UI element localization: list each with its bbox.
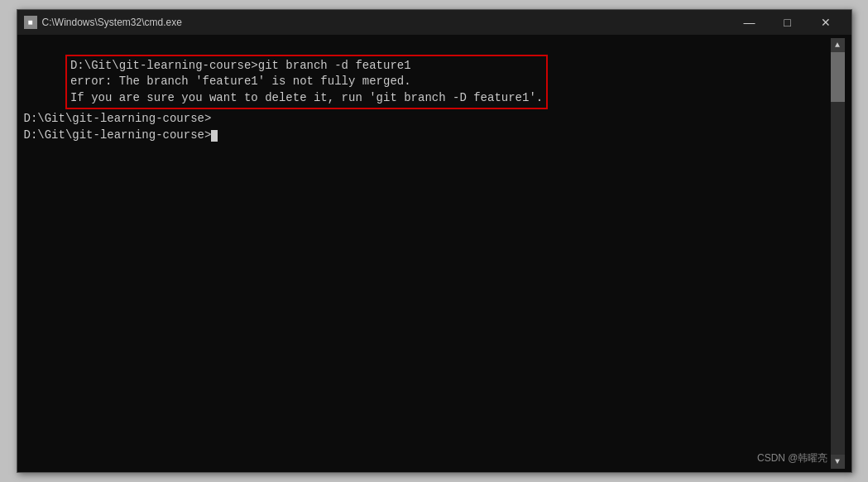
terminal-content: D:\Git\git-learning-course>git branch -d… bbox=[24, 38, 831, 469]
minimize-button[interactable]: — bbox=[731, 10, 769, 35]
window-title: C:\Windows\System32\cmd.exe bbox=[42, 17, 182, 28]
prompt-line-2: D:\Git\git-learning-course> bbox=[24, 128, 212, 142]
scrollbar[interactable]: ▲ ▼ bbox=[831, 38, 845, 469]
maximize-button[interactable]: □ bbox=[769, 10, 807, 35]
window-icon-symbol: ■ bbox=[27, 18, 32, 27]
scroll-down-arrow[interactable]: ▼ bbox=[831, 455, 845, 469]
terminal-body: D:\Git\git-learning-course>git branch -d… bbox=[17, 35, 851, 472]
prompt-line-1: D:\Git\git-learning-course> bbox=[24, 112, 212, 125]
command-line: D:\Git\git-learning-course>git branch -d… bbox=[70, 59, 411, 72]
title-bar: ■ C:\Windows\System32\cmd.exe — □ ✕ bbox=[17, 10, 851, 35]
title-bar-left: ■ C:\Windows\System32\cmd.exe bbox=[24, 16, 182, 29]
error-block: D:\Git\git-learning-course>git branch -d… bbox=[65, 55, 548, 110]
scroll-up-arrow[interactable]: ▲ bbox=[831, 38, 845, 52]
scrollbar-thumb[interactable] bbox=[831, 52, 845, 102]
watermark: CSDN @韩曜亮 bbox=[757, 451, 828, 465]
cmd-window: ■ C:\Windows\System32\cmd.exe — □ ✕ D:\G… bbox=[17, 9, 852, 473]
window-icon: ■ bbox=[24, 16, 37, 29]
error-line-2: If you are sure you want to delete it, r… bbox=[70, 91, 543, 104]
cursor-blink bbox=[211, 130, 218, 142]
window-controls: — □ ✕ bbox=[731, 10, 845, 35]
error-line-1: error: The branch 'feature1' is not full… bbox=[70, 75, 411, 88]
scrollbar-track bbox=[831, 102, 845, 455]
close-button[interactable]: ✕ bbox=[807, 10, 845, 35]
